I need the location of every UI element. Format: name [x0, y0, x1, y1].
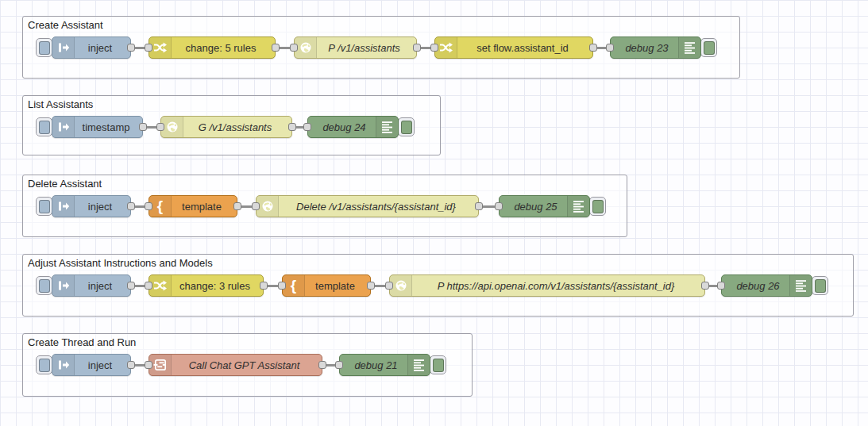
node-debug-25[interactable]: debug 25 [499, 195, 590, 217]
output-port[interactable] [288, 123, 296, 131]
input-port[interactable] [430, 44, 438, 52]
subflow-icon [149, 355, 172, 375]
node-label: P https://api.openai.com/v1/assistants/{… [412, 275, 700, 296]
node-debug-24[interactable]: debug 24 [307, 116, 399, 138]
shuffle-icon [149, 275, 172, 296]
button-inner [39, 359, 50, 372]
node-label: Call Chat GPT Assistant [172, 355, 317, 375]
inject-arrow-icon [52, 37, 75, 58]
input-port[interactable] [145, 361, 152, 369]
node-debug-26[interactable]: debug 26 [721, 274, 812, 297]
node-p-v1-assistants[interactable]: P /v1/assistants [294, 36, 417, 59]
output-port[interactable] [589, 44, 597, 52]
node-g-v1-assistants[interactable]: G /v1/assistants [160, 116, 292, 138]
node-label: inject [75, 275, 125, 296]
output-port[interactable] [260, 282, 268, 290]
node-label: change: 5 rules [172, 37, 270, 58]
group-title: Create Thread and Run [28, 336, 136, 348]
output-port[interactable] [701, 282, 709, 290]
inject-button[interactable] [36, 276, 52, 295]
node-label: inject [75, 355, 125, 375]
node-debug-21[interactable]: debug 21 [339, 354, 430, 376]
button-inner [39, 200, 50, 213]
input-port[interactable] [290, 44, 298, 52]
output-port[interactable] [127, 282, 135, 290]
flow-canvas[interactable]: Create Assistant inject change: 5 rules … [0, 0, 868, 426]
button-inner [39, 279, 50, 293]
button-inner [39, 41, 50, 55]
shuffle-icon [149, 37, 172, 58]
node-label: Delete /v1/assistants/{assistant_id} [279, 196, 473, 217]
inject-arrow-icon [52, 355, 75, 375]
debug-list-icon [678, 37, 700, 58]
output-port[interactable] [127, 44, 135, 52]
inject-button[interactable] [36, 38, 52, 57]
input-port[interactable] [145, 282, 152, 290]
node-call-chat-gpt-assistant[interactable]: Call Chat GPT Assistant [149, 354, 322, 376]
input-port[interactable] [606, 44, 614, 52]
output-port[interactable] [318, 361, 326, 369]
node-inject[interactable]: inject [52, 195, 131, 217]
node-debug-23[interactable]: debug 23 [610, 36, 701, 59]
curly-brace-icon: { [149, 196, 172, 217]
node-inject[interactable]: inject [52, 274, 131, 297]
node-delete-v1-assistants-assistant-id[interactable]: Delete /v1/assistants/{assistant_id} [256, 195, 479, 217]
debug-list-icon [567, 196, 589, 217]
input-port[interactable] [303, 123, 311, 131]
node-p-https-api-openai-com-v1-assistants-assistant-id[interactable]: P https://api.openai.com/v1/assistants/{… [389, 274, 705, 297]
button-inner [815, 279, 826, 293]
input-port[interactable] [385, 282, 393, 290]
node-inject[interactable]: inject [52, 354, 131, 376]
output-port[interactable] [413, 44, 421, 52]
input-port[interactable] [252, 202, 260, 210]
node-label: set flow.assistant_id [457, 37, 588, 58]
node-label: P /v1/assistants [317, 37, 411, 58]
inject-arrow-icon [52, 117, 75, 137]
input-port[interactable] [145, 44, 152, 52]
input-port[interactable] [495, 202, 503, 210]
button-inner [433, 359, 444, 372]
output-port[interactable] [272, 44, 280, 52]
node-template[interactable]: {template [149, 195, 237, 217]
output-port[interactable] [127, 361, 135, 369]
output-port[interactable] [367, 282, 375, 290]
button-inner [592, 200, 604, 213]
input-port[interactable] [145, 202, 152, 210]
output-port[interactable] [233, 202, 241, 210]
input-port[interactable] [278, 282, 286, 290]
debug-toggle-button[interactable] [430, 355, 446, 374]
debug-list-icon [407, 355, 430, 375]
output-port[interactable] [139, 123, 147, 131]
output-port[interactable] [127, 202, 135, 210]
inject-arrow-icon [52, 196, 75, 217]
debug-toggle-button[interactable] [700, 38, 717, 57]
inject-button[interactable] [36, 355, 52, 374]
inject-button[interactable] [36, 197, 52, 216]
debug-toggle-button[interactable] [589, 197, 606, 216]
node-change-3-rules[interactable]: change: 3 rules [149, 274, 264, 297]
debug-toggle-button[interactable] [812, 276, 828, 295]
node-timestamp[interactable]: timestamp [52, 116, 143, 138]
node-label: change: 3 rules [172, 275, 258, 296]
input-port[interactable] [335, 361, 343, 369]
node-set-flow-assistant-id[interactable]: set flow.assistant_id [434, 36, 593, 59]
button-inner [401, 121, 412, 134]
curly-brace-icon: { [283, 275, 305, 296]
inject-button[interactable] [36, 117, 52, 136]
globe-icon [257, 196, 279, 217]
node-change-5-rules[interactable]: change: 5 rules [149, 36, 276, 59]
node-label: debug 23 [615, 37, 678, 58]
node-label: debug 21 [345, 355, 407, 375]
node-label: timestamp [75, 117, 137, 137]
output-port[interactable] [475, 202, 483, 210]
node-inject[interactable]: inject [52, 36, 131, 59]
input-port[interactable] [717, 282, 725, 290]
button-inner [704, 41, 715, 55]
globe-icon [390, 275, 412, 296]
node-label: debug 26 [727, 275, 789, 296]
debug-toggle-button[interactable] [398, 117, 415, 136]
inject-arrow-icon [52, 275, 75, 296]
input-port[interactable] [156, 123, 164, 131]
node-template[interactable]: {template [282, 274, 371, 297]
shuffle-icon [435, 37, 457, 58]
